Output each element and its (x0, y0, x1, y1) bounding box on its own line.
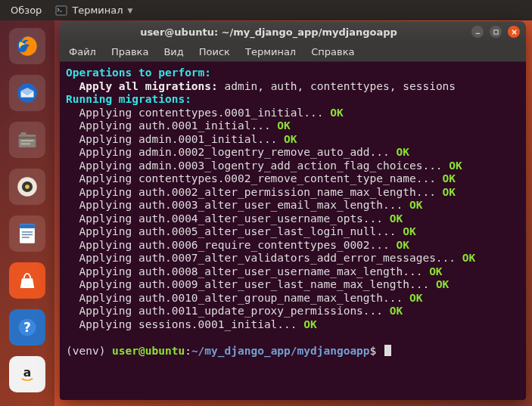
svg-rect-19 (493, 29, 497, 33)
menu-edit[interactable]: Правка (111, 46, 148, 57)
maximize-button[interactable] (490, 26, 502, 38)
window-title: user@ubuntu: ~/my_django_app/mydjangoapp (66, 26, 471, 38)
svg-rect-12 (20, 224, 35, 228)
svg-rect-6 (21, 140, 34, 141)
svg-rect-14 (22, 234, 33, 235)
minimize-button[interactable] (471, 26, 484, 38)
terminal-output[interactable]: Operations to perform: Apply all migrati… (60, 62, 526, 400)
chevron-down-icon: ▼ (128, 7, 133, 14)
svg-rect-4 (19, 137, 36, 139)
launcher-rhythmbox[interactable] (9, 169, 45, 205)
launcher-dock: ? a (0, 20, 54, 406)
svg-rect-7 (21, 143, 31, 144)
topbar-app-label: Терминал (72, 5, 123, 16)
topbar-app-menu[interactable]: Терминал ▼ (49, 5, 138, 17)
window-controls (471, 26, 520, 38)
svg-rect-5 (21, 132, 26, 135)
launcher-firefox[interactable] (9, 28, 45, 64)
svg-rect-0 (56, 6, 67, 15)
terminal-menubar: Файл Правка Вид Поиск Терминал Справка (60, 42, 526, 62)
launcher-writer[interactable] (9, 215, 45, 252)
launcher-amazon[interactable]: a (9, 356, 45, 392)
menu-terminal[interactable]: Терминал (245, 46, 296, 57)
terminal-window: user@ubuntu: ~/my_django_app/mydjangoapp… (60, 21, 526, 400)
close-button[interactable] (508, 26, 520, 38)
menu-view[interactable]: Вид (163, 46, 183, 57)
menu-help[interactable]: Справка (311, 46, 354, 57)
svg-text:?: ? (23, 320, 31, 335)
terminal-cursor (384, 345, 391, 356)
launcher-software[interactable] (9, 262, 45, 299)
desktop-topbar: Обзор Терминал ▼ (0, 0, 532, 20)
window-titlebar[interactable]: user@ubuntu: ~/my_django_app/mydjangoapp (60, 21, 526, 42)
svg-rect-13 (22, 231, 33, 232)
menu-file[interactable]: Файл (69, 46, 96, 57)
terminal-icon (55, 5, 67, 17)
launcher-help[interactable]: ? (9, 309, 45, 346)
svg-point-10 (25, 184, 30, 189)
activities-button[interactable]: Обзор (3, 5, 49, 16)
svg-text:a: a (23, 366, 32, 380)
launcher-thunderbird[interactable] (9, 75, 45, 111)
launcher-files[interactable] (9, 122, 45, 158)
svg-rect-15 (22, 237, 30, 237)
menu-search[interactable]: Поиск (199, 46, 230, 57)
